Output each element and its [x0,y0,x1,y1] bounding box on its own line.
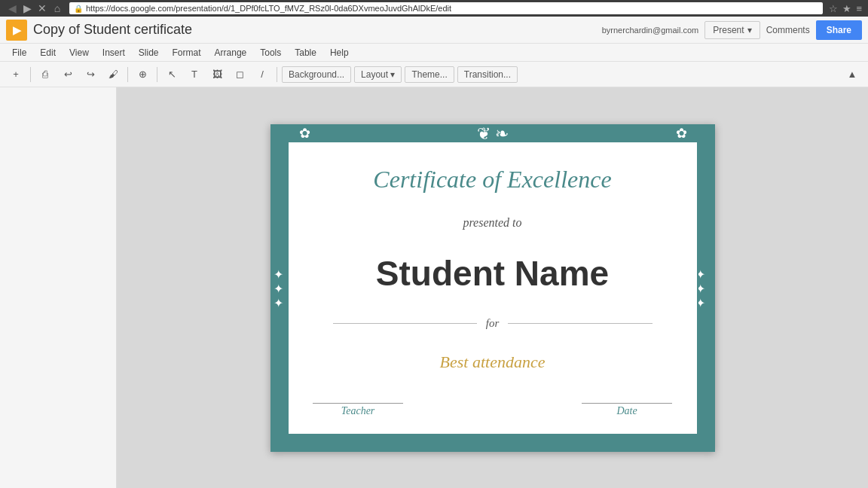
redo-button[interactable]: ↪ [81,65,100,84]
menu-edit[interactable]: Edit [34,46,62,59]
document-title: Copy of Student certificate [33,22,192,38]
share-button[interactable]: Share [816,20,862,40]
paint-format-button[interactable]: 🖌 [103,65,123,84]
menu-format[interactable]: Format [167,46,207,59]
app-icon: ▶ [6,20,27,41]
menu-arrange[interactable]: Arrange [209,46,253,59]
cursor-button[interactable]: ↖ [162,65,182,84]
cert-date-label: Date [616,405,637,417]
zoom-button[interactable]: ⊕ [133,65,152,84]
separator-2 [127,67,128,82]
separator-4 [277,67,277,82]
present-dropdown-icon: ▾ [747,25,752,35]
menu-slide[interactable]: Slide [133,46,165,59]
menu-tools[interactable]: Tools [254,46,287,59]
toolbar-right: ▲ [842,65,862,84]
close-button[interactable]: ✕ [36,2,48,14]
browser-right-icons: ☆ ★ ≡ [829,3,862,14]
theme-button[interactable]: Theme... [405,66,454,83]
back-button[interactable]: ◀ [6,2,18,14]
comments-button[interactable]: Comments [766,25,810,35]
print-button[interactable]: ⎙ [35,65,55,84]
image-button[interactable]: 🖼 [207,65,227,84]
extension-icon[interactable]: ★ [842,3,851,14]
separator-1 [30,67,31,82]
slides-panel [0,87,117,488]
cert-teacher-block: Teacher [313,403,403,417]
forward-button[interactable]: ▶ [21,2,33,14]
certificate-slide: ❦ ❧ ✿ ✿ ❦ ❧ ✿ ✿ ✦✦✦ ✦✦✦ [270,124,715,452]
present-button[interactable]: Present ▾ [704,21,760,39]
address-bar[interactable]: 🔒 https://docs.google.com/presentation/d… [69,2,823,14]
cert-achievement: Best attendance [440,352,546,372]
app-icon-symbol: ▶ [13,24,21,36]
cert-content: Certificate of Excellence presented to S… [293,147,692,429]
line-button[interactable]: / [252,65,272,84]
layout-button[interactable]: Layout ▾ [354,66,402,83]
menu-help[interactable]: Help [324,46,355,59]
home-button[interactable]: ⌂ [51,2,63,14]
menu-icon[interactable]: ≡ [856,3,862,14]
cert-presented-to: presented to [463,216,521,230]
cert-teacher-line [313,403,403,404]
cert-line-left [333,323,477,324]
cert-student-name: Student Name [376,253,609,294]
cert-for-section: for [333,317,653,330]
cert-line-right [508,323,652,324]
menu-table[interactable]: Table [289,46,322,59]
cert-teacher-label: Teacher [341,405,375,417]
collapse-button[interactable]: ▲ [842,65,862,84]
slide-workspace[interactable]: ❦ ❧ ✿ ✿ ❦ ❧ ✿ ✿ ✦✦✦ ✦✦✦ [117,87,868,488]
textbox-button[interactable]: T [185,65,204,84]
url-text: https://docs.google.com/presentation/d/1… [86,4,451,13]
present-label: Present [713,25,744,35]
cert-signatures: Teacher Date [313,403,672,417]
shape-button[interactable]: ◻ [230,65,249,84]
browser-nav-controls: ◀ ▶ ✕ ⌂ [6,2,63,14]
user-email: byrnerchardin@gmail.com [602,26,699,35]
menu-file[interactable]: File [6,46,32,59]
cert-date-block: Date [582,403,672,417]
background-button[interactable]: Background... [282,66,351,83]
toolbar: + ⎙ ↩ ↪ 🖌 ⊕ ↖ T 🖼 ◻ / Background... Layo… [0,62,868,87]
add-button[interactable]: + [6,65,26,84]
transition-button[interactable]: Transition... [457,66,518,83]
menu-bar: File Edit View Insert Slide Format Arran… [0,44,868,62]
cert-date-line [582,403,672,404]
browser-chrome: ◀ ▶ ✕ ⌂ 🔒 https://docs.google.com/presen… [0,0,868,17]
main-area: ❦ ❧ ✿ ✿ ❦ ❧ ✿ ✿ ✦✦✦ ✦✦✦ [0,87,868,488]
menu-view[interactable]: View [63,46,95,59]
title-bar: ▶ Copy of Student certificate byrnerchar… [0,17,868,44]
separator-3 [157,67,157,82]
bookmark-icon[interactable]: ☆ [829,3,838,14]
cert-for-text: for [486,317,500,330]
undo-button[interactable]: ↩ [58,65,78,84]
title-bar-right: byrnerchardin@gmail.com Present ▾ Commen… [602,20,862,40]
cert-title: Certificate of Excellence [373,166,611,194]
menu-insert[interactable]: Insert [96,46,131,59]
